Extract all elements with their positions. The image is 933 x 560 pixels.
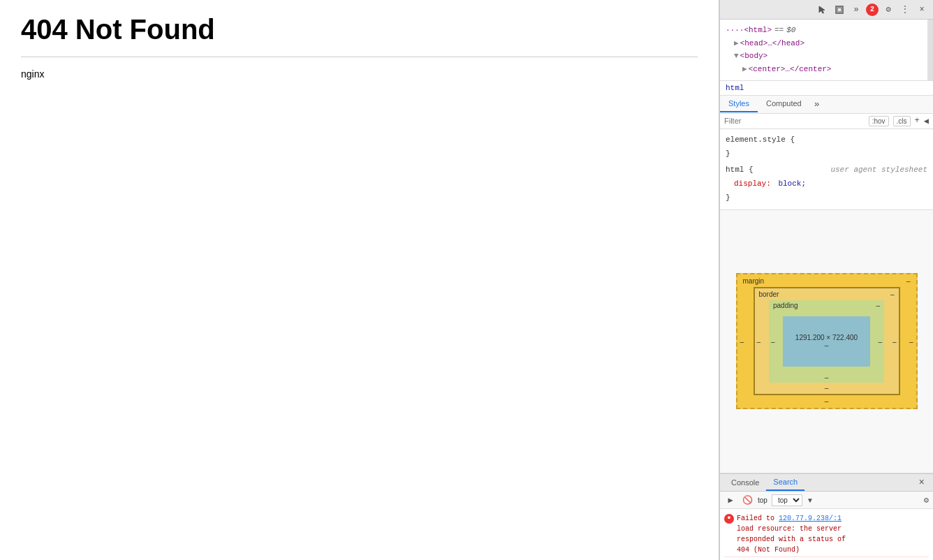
console-messages: ● Failed to 120.77.9.238/:1 load resourc…	[720, 509, 933, 560]
cursor-icon[interactable]	[816, 3, 830, 17]
error-icon: ●	[724, 514, 734, 524]
box-content: 1291.200 × 722.400 –	[783, 316, 870, 367]
svg-rect-1	[837, 8, 842, 12]
padding-dash-left: –	[771, 337, 775, 345]
bottom-close-icon[interactable]: ×	[915, 474, 929, 491]
box-icon[interactable]	[832, 3, 846, 17]
padding-dash-bottom: –	[825, 374, 829, 381]
server-label: nginx	[21, 68, 698, 80]
box-model: margin – – – – border – – – – padding – …	[720, 210, 933, 473]
element-style-selector: element.style {	[726, 133, 927, 147]
close-icon[interactable]: ×	[915, 3, 929, 17]
bottom-panel: Console Search × ▶ 🚫 top top ▼ ⚙ ● Faile…	[720, 473, 933, 560]
console-toolbar: ▶ 🚫 top top ▼ ⚙	[720, 492, 933, 509]
dom-root-line: ····<html> == $0	[726, 24, 927, 37]
back-arrow-icon[interactable]: ◀	[924, 116, 929, 126]
console-gear-icon[interactable]: ⚙	[924, 495, 929, 506]
dom-body-line[interactable]: ▼ <body>	[726, 50, 927, 63]
border-dash-bottom: –	[825, 384, 829, 392]
error-url[interactable]: 120.77.9.238/:1	[779, 515, 842, 522]
margin-label: margin	[743, 277, 765, 285]
padding-dash-top: –	[876, 302, 880, 309]
content-dash: –	[825, 341, 829, 349]
cls-button[interactable]: .cls	[893, 116, 911, 126]
css-rules: element.style { } html { user agent styl…	[720, 129, 933, 210]
border-label: border	[759, 290, 779, 298]
content-dimensions: 1291.200 × 722.400	[795, 334, 858, 341]
plus-icon[interactable]: +	[915, 116, 920, 126]
html-label-text: html	[726, 84, 744, 92]
box-padding: padding – – – – 1291.200 × 722.400 –	[769, 300, 884, 383]
bottom-tabs: Console Search ×	[720, 474, 933, 492]
tab-search[interactable]: Search	[766, 474, 805, 491]
error-count: 2	[870, 6, 874, 13]
filter-input[interactable]	[724, 117, 865, 125]
html-rule-close: }	[726, 191, 927, 205]
border-dash-top: –	[890, 290, 895, 298]
devtools-toolbar: » 2 ⚙ ⋮ ×	[720, 0, 933, 20]
box-border: border – – – – padding – – – – 1291.200 …	[754, 287, 900, 395]
margin-dash-right: –	[909, 337, 913, 345]
margin-dash-top: –	[906, 277, 911, 285]
context-selector[interactable]: top	[772, 494, 802, 506]
page-title: 404 Not Found	[21, 14, 698, 45]
top-selector-label: top	[758, 496, 767, 504]
error-badge: 2	[866, 3, 879, 16]
filter-bar: :hov .cls + ◀	[720, 114, 933, 129]
border-dash-right: –	[892, 337, 897, 345]
chevron-right-icon[interactable]: »	[849, 3, 863, 17]
block-icon[interactable]: 🚫	[741, 494, 754, 506]
dots-menu-icon[interactable]: ⋮	[898, 3, 912, 17]
tab-styles[interactable]: Styles	[720, 96, 758, 112]
border-dash-left: –	[757, 337, 761, 345]
hov-button[interactable]: :hov	[869, 116, 889, 126]
gear-icon[interactable]: ⚙	[881, 3, 895, 17]
styles-computed-tabs: Styles Computed »	[720, 96, 933, 114]
page-divider	[21, 57, 698, 57]
html-breadcrumb: html	[720, 81, 933, 96]
play-icon[interactable]: ▶	[724, 494, 737, 506]
margin-dash-left: –	[740, 337, 744, 345]
tab-computed[interactable]: Computed	[758, 96, 810, 112]
padding-dash-right: –	[878, 337, 882, 345]
error-text: Failed to 120.77.9.238/:1 load resource:…	[737, 513, 846, 555]
dom-center-line[interactable]: ▶ <center>…</center>	[726, 63, 927, 76]
dom-head-line[interactable]: ▶ <head>…</head>	[726, 37, 927, 50]
dom-tree-scrollbar[interactable]	[927, 20, 933, 80]
tab-more-icon[interactable]: »	[810, 96, 824, 113]
padding-label: padding	[773, 302, 798, 309]
html-rule: html { user agent stylesheet	[726, 163, 927, 177]
tab-console[interactable]: Console	[724, 475, 766, 490]
element-style-close: }	[726, 147, 927, 161]
margin-dash-bottom: –	[825, 397, 829, 405]
error-message: ● Failed to 120.77.9.238/:1 load resourc…	[724, 512, 929, 557]
main-page: 404 Not Found nginx	[0, 0, 719, 560]
display-rule: display: block;	[726, 177, 927, 191]
devtools-panel: » 2 ⚙ ⋮ × ····<html> == $0 ▶ <head>…</he…	[719, 0, 933, 560]
box-margin: margin – – – – border – – – – padding – …	[736, 273, 918, 409]
dom-tree: ····<html> == $0 ▶ <head>…</head> ▼ <bod…	[720, 20, 933, 81]
